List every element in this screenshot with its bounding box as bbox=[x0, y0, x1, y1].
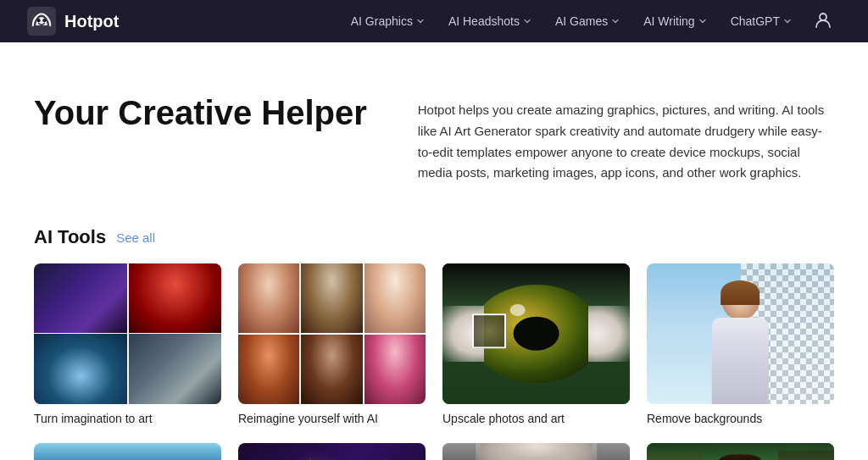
headshot-cell-4 bbox=[238, 335, 299, 404]
chevron-down-icon bbox=[523, 17, 531, 25]
tool-card-image-headshots bbox=[238, 263, 426, 404]
ai-tools-section: AI Tools See all bbox=[0, 218, 868, 460]
chevron-down-icon bbox=[698, 17, 707, 25]
eye-pupil bbox=[513, 317, 559, 352]
chevron-down-icon bbox=[611, 17, 620, 25]
bottom-card-wave[interactable] bbox=[34, 443, 221, 460]
mosaic-cell-1 bbox=[34, 263, 127, 333]
hero-title: Your Creative Helper bbox=[34, 93, 367, 132]
nav-item-ai-graphics[interactable]: AI Graphics bbox=[341, 9, 435, 33]
bottom-card-marilyn[interactable] bbox=[442, 443, 630, 460]
nav-links: AI Graphics AI Headshots AI Games AI Wri… bbox=[341, 5, 841, 38]
bottom-row bbox=[34, 443, 834, 460]
mosaic-cell-6 bbox=[129, 334, 222, 404]
logo-text: Hotpot bbox=[64, 12, 119, 31]
monalisa-landscape-right bbox=[778, 451, 834, 460]
bottom-card-image-wave bbox=[34, 443, 221, 460]
bottom-card-image-marilyn bbox=[442, 443, 630, 460]
chevron-down-icon bbox=[783, 17, 792, 25]
wave-bg bbox=[34, 443, 221, 460]
svg-point-1 bbox=[36, 19, 40, 22]
tool-card-label-art: Turn imagination to art bbox=[34, 412, 153, 425]
tool-card-label-upscale: Upscale photos and art bbox=[442, 412, 565, 425]
tool-card-image-removebg bbox=[647, 263, 834, 404]
svg-point-3 bbox=[820, 14, 826, 20]
tool-card-upscale[interactable]: Upscale photos and art bbox=[442, 263, 630, 426]
headshot-cell-5 bbox=[301, 335, 362, 404]
logo-link[interactable]: Hotpot bbox=[27, 7, 119, 36]
hotpot-logo-icon bbox=[27, 7, 56, 36]
tool-card-headshots[interactable]: Reimagine yourself with AI bbox=[238, 263, 426, 426]
upscale-bg bbox=[442, 263, 630, 404]
nav-item-ai-headshots[interactable]: AI Headshots bbox=[438, 9, 542, 33]
tool-card-label-headshots: Reimagine yourself with AI bbox=[238, 412, 378, 425]
headshots-mosaic bbox=[238, 263, 426, 404]
marilyn-hair bbox=[476, 443, 598, 460]
headshot-cell-6 bbox=[364, 335, 426, 404]
hero-section: Your Creative Helper Hotpot helps you cr… bbox=[0, 42, 868, 218]
chevron-down-icon bbox=[416, 17, 425, 25]
nav-item-chatgpt[interactable]: ChatGPT bbox=[721, 9, 802, 33]
tool-card-removebg[interactable]: Remove backgrounds bbox=[647, 263, 834, 426]
ai-tools-title: AI Tools bbox=[34, 226, 106, 248]
hero-description: Hotpot helps you create amazing graphics… bbox=[418, 100, 834, 184]
user-icon[interactable] bbox=[805, 5, 841, 38]
eye-highlight bbox=[510, 304, 526, 316]
nav-item-ai-games[interactable]: AI Games bbox=[545, 9, 630, 33]
bottom-card-monalisa[interactable] bbox=[647, 443, 834, 460]
sparkle-bg bbox=[238, 443, 426, 460]
monalisa-landscape-left bbox=[647, 451, 703, 460]
marilyn-bg bbox=[442, 443, 630, 460]
headshot-cell-1 bbox=[238, 263, 299, 333]
bottom-card-sparkle[interactable] bbox=[238, 443, 426, 460]
bottom-card-image-monalisa bbox=[647, 443, 834, 460]
person-silhouette bbox=[689, 278, 793, 404]
upscale-inset-box bbox=[472, 313, 506, 348]
ai-tools-header: AI Tools See all bbox=[34, 226, 834, 248]
tools-grid: Turn imagination to art bbox=[34, 263, 834, 426]
tool-card-label-removebg: Remove backgrounds bbox=[647, 412, 762, 425]
mosaic-cell-2 bbox=[129, 263, 222, 333]
removebg-bg bbox=[647, 263, 834, 404]
svg-point-2 bbox=[42, 19, 46, 22]
tool-card-art-generator[interactable]: Turn imagination to art bbox=[34, 263, 221, 426]
art-mosaic-bottom bbox=[34, 334, 221, 404]
eye-white-right bbox=[588, 306, 630, 362]
nav-item-ai-writing[interactable]: AI Writing bbox=[633, 9, 716, 33]
headshot-cell-2 bbox=[301, 263, 362, 333]
tool-card-image-art bbox=[34, 263, 221, 404]
monalisa-figure bbox=[689, 451, 793, 460]
hero-right: Hotpot helps you create amazing graphics… bbox=[418, 93, 834, 184]
headshot-cell-3 bbox=[364, 263, 426, 333]
bottom-card-image-sparkle bbox=[238, 443, 426, 460]
see-all-link[interactable]: See all bbox=[116, 230, 155, 245]
navbar: Hotpot AI Graphics AI Headshots AI Games… bbox=[0, 0, 868, 42]
hero-left: Your Creative Helper bbox=[34, 93, 367, 132]
tool-card-image-upscale bbox=[442, 263, 630, 404]
mosaic-cell-5 bbox=[34, 334, 127, 404]
monalisa-bg bbox=[647, 443, 834, 460]
